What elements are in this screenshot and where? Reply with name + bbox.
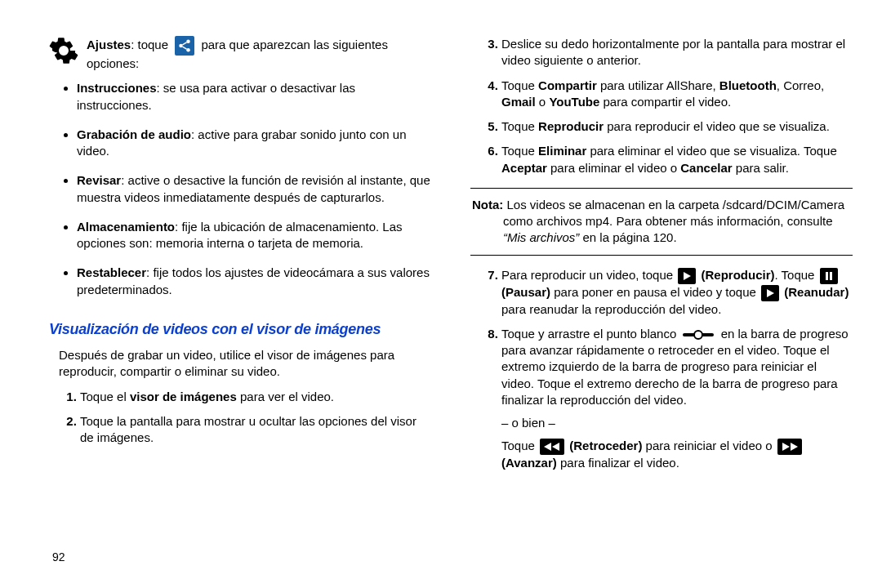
resume-icon [761, 285, 779, 301]
step-8: Toque y arrastre el punto blanco en la b… [501, 326, 853, 472]
option-instrucciones: Instrucciones: se usa para activar o des… [77, 80, 431, 114]
step-8-or: – o bien – [501, 415, 853, 431]
option-grabacion: Grabación de audio: active para grabar s… [77, 127, 431, 160]
option-revisar: Revisar: active o desactive la función d… [77, 172, 431, 206]
ajustes-text: Ajustes: toque para que aparezcan las si… [87, 36, 431, 72]
step-1: Toque el visor de imágenes para ver el v… [80, 389, 431, 405]
svg-marker-3 [684, 272, 691, 280]
svg-rect-4 [826, 272, 828, 280]
svg-marker-10 [791, 443, 798, 451]
option-restablecer: Restablecer: fije todos los ajustes de v… [77, 265, 431, 298]
steps-left: Toque el visor de imágenes para ver el v… [59, 389, 431, 447]
share-icon [175, 36, 194, 56]
pause-icon [820, 268, 838, 284]
svg-rect-5 [830, 272, 832, 280]
step-4: Toque Compartir para utilizar AllShare, … [501, 78, 853, 111]
svg-marker-6 [767, 289, 774, 297]
svg-point-0 [179, 44, 183, 48]
svg-marker-7 [544, 443, 551, 451]
ajustes-block: Ajustes: toque para que aparezcan las si… [49, 36, 431, 72]
section-intro: Después de grabar un video, utilice el v… [59, 347, 431, 381]
step-5: Toque Reproducir para reproducir el vide… [501, 118, 853, 135]
page-number: 92 [52, 550, 65, 565]
note-label: Nota: [472, 198, 503, 212]
svg-point-2 [186, 48, 190, 52]
step-7: Para reproducir un video, toque (Reprodu… [501, 267, 853, 318]
right-column: Deslice su dedo horizontalmente por la p… [451, 36, 853, 572]
gear-icon [49, 36, 78, 65]
rewind-icon [540, 439, 564, 455]
ajustes-label: Ajustes [87, 38, 131, 51]
steps-right-b: Para reproducir un video, toque (Reprodu… [480, 267, 853, 472]
manual-page: Ajustes: toque para que aparezcan las si… [0, 0, 882, 588]
left-column: Ajustes: toque para que aparezcan las si… [49, 36, 451, 572]
svg-marker-9 [782, 443, 790, 451]
step-6: Toque Eliminar para eliminar el video qu… [501, 143, 853, 176]
section-title: Visualización de videos con el visor de … [49, 319, 431, 339]
play-icon [678, 268, 696, 284]
svg-marker-8 [552, 443, 559, 451]
options-list: Instrucciones: se usa para activar o des… [49, 80, 431, 298]
step-3: Deslice su dedo horizontalmente por la p… [501, 36, 853, 69]
steps-right-a: Deslice su dedo horizontalmente por la p… [480, 36, 853, 176]
step-2: Toque la pantalla para mostrar u ocultar… [80, 413, 431, 447]
forward-icon [777, 439, 802, 455]
option-almacenamiento: Almacenamiento: fije la ubicación de alm… [77, 219, 431, 252]
note-block: Nota: Los videos se almacenan en la carp… [470, 188, 853, 256]
svg-point-1 [186, 40, 190, 44]
progress-dot-icon [683, 329, 714, 341]
